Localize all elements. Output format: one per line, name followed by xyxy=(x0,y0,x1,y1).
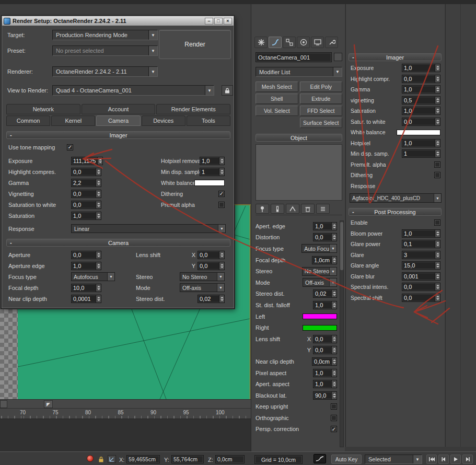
spinner-down-icon[interactable] xyxy=(333,385,336,386)
param-spinner[interactable]: 0,0 xyxy=(71,168,101,176)
modifier-button[interactable]: Extrude xyxy=(300,94,343,104)
tab-render-elements[interactable]: Render Elements xyxy=(156,104,230,114)
spinner-down-icon[interactable] xyxy=(436,266,439,268)
param-spinner[interactable]: 0,001 xyxy=(402,272,440,281)
spinner-arrows[interactable] xyxy=(331,257,336,264)
spinner-arrows[interactable] xyxy=(435,262,440,269)
param-checkbox[interactable] xyxy=(331,415,337,421)
param-spinner[interactable]: 3 xyxy=(402,251,440,259)
spinner-up-icon[interactable] xyxy=(436,296,439,297)
previous-frame-button[interactable] xyxy=(438,455,449,464)
spinner-down-icon[interactable] xyxy=(333,261,336,262)
param-checkbox[interactable]: ✓ xyxy=(218,191,225,197)
tab-utilities[interactable] xyxy=(325,37,338,48)
spinner-arrows[interactable] xyxy=(435,240,440,248)
spinner-up-icon[interactable] xyxy=(436,285,439,286)
param-spinner[interactable]: 15,0 xyxy=(402,261,440,270)
spinner-down-icon[interactable] xyxy=(220,161,224,163)
spinner-arrows[interactable] xyxy=(96,295,101,303)
isolate-selection-icon[interactable] xyxy=(87,455,94,462)
next-frame-button[interactable] xyxy=(462,455,473,464)
spinner-down-icon[interactable] xyxy=(220,299,224,301)
param-spinner[interactable]: 0,0 xyxy=(198,251,225,259)
spinner-up-icon[interactable] xyxy=(99,159,102,160)
modifier-button[interactable]: Shell xyxy=(256,94,298,104)
param-spinner[interactable]: 1 xyxy=(200,168,225,176)
param-spinner[interactable]: 0,0 xyxy=(402,118,440,126)
modifier-stack-list[interactable] xyxy=(256,144,342,201)
tab-modify[interactable] xyxy=(269,37,282,48)
param-checkbox[interactable] xyxy=(218,202,225,208)
spinner-arrows[interactable] xyxy=(435,97,440,104)
param-spinner[interactable]: 0,0 xyxy=(402,75,440,83)
spinner-up-icon[interactable] xyxy=(436,141,439,143)
param-spinner[interactable]: 1,0 xyxy=(402,139,440,147)
modifier-button[interactable]: Vol. Select xyxy=(256,106,298,116)
modifier-button[interactable]: FFD Select xyxy=(300,106,343,116)
spinner-arrows[interactable] xyxy=(331,369,336,377)
viewport-nav-button[interactable]: ◤ xyxy=(44,400,53,408)
spinner-down-icon[interactable] xyxy=(333,238,336,239)
spinner-arrows[interactable] xyxy=(96,190,101,197)
go-to-start-button[interactable] xyxy=(426,455,437,464)
spinner-arrows[interactable] xyxy=(435,273,440,280)
param-spinner[interactable]: 0,0001 xyxy=(71,295,101,303)
spinner-up-icon[interactable] xyxy=(436,120,439,121)
spinner-arrows[interactable] xyxy=(331,346,336,354)
spinner-down-icon[interactable] xyxy=(220,172,224,174)
spinner-arrows[interactable] xyxy=(331,335,336,343)
spinner-arrows[interactable] xyxy=(435,64,440,72)
spinner-up-icon[interactable] xyxy=(333,224,336,226)
spinner-down-icon[interactable] xyxy=(220,255,224,257)
param-spinner[interactable]: 111,1125 xyxy=(71,157,103,165)
spinner-down-icon[interactable] xyxy=(436,101,439,102)
spinner-down-icon[interactable] xyxy=(436,68,439,70)
configure-modifier-sets-button[interactable] xyxy=(316,204,330,214)
param-checkbox[interactable] xyxy=(434,161,440,168)
param-dropdown[interactable]: Autofocus▼ xyxy=(71,272,115,281)
maximize-button[interactable]: □ xyxy=(214,18,223,25)
spinner-down-icon[interactable] xyxy=(436,90,439,91)
spinner-arrows[interactable] xyxy=(435,75,440,83)
spinner-down-icon[interactable] xyxy=(436,122,439,124)
param-spinner[interactable]: 0,0 xyxy=(313,233,337,241)
spinner-up-icon[interactable] xyxy=(436,66,439,67)
spinner-down-icon[interactable] xyxy=(436,255,439,257)
param-spinner[interactable]: 1,0 xyxy=(313,222,337,230)
transform-type-in-icon[interactable] xyxy=(108,455,116,463)
param-dropdown[interactable]: Off-axis▼ xyxy=(303,278,337,287)
param-dropdown[interactable]: No Stereo▼ xyxy=(302,267,337,276)
spinner-up-icon[interactable] xyxy=(97,181,100,182)
spinner-down-icon[interactable] xyxy=(97,266,100,268)
response-dropdown[interactable]: Linear ▼ xyxy=(71,224,226,233)
remove-modifier-button[interactable] xyxy=(301,204,315,214)
target-dropdown[interactable]: Production Rendering Mode ▼ xyxy=(52,30,158,40)
tab-kernel[interactable]: Kernel xyxy=(51,115,95,126)
spinner-down-icon[interactable] xyxy=(436,287,439,289)
param-spinner[interactable]: 0,5 xyxy=(402,96,440,104)
spinner-up-icon[interactable] xyxy=(436,109,439,110)
spinner-up-icon[interactable] xyxy=(97,286,100,287)
tab-motion[interactable] xyxy=(297,37,310,48)
param-spinner[interactable]: 0,1 xyxy=(402,240,440,248)
spinner-down-icon[interactable] xyxy=(333,306,336,307)
spinner-up-icon[interactable] xyxy=(436,242,439,243)
spinner-up-icon[interactable] xyxy=(436,274,439,276)
spinner-up-icon[interactable] xyxy=(333,303,336,305)
param-checkbox[interactable] xyxy=(434,172,440,178)
tab-devices[interactable]: Devices xyxy=(142,115,185,126)
spinner-up-icon[interactable] xyxy=(220,170,224,171)
tab-common[interactable]: Common xyxy=(6,115,50,126)
spinner-arrows[interactable] xyxy=(219,295,224,303)
selection-filter-dropdown[interactable]: Selected ▼ xyxy=(365,455,422,464)
spinner-arrows[interactable] xyxy=(96,251,101,259)
param-spinner[interactable]: 1,0cm xyxy=(312,256,337,264)
spinner-down-icon[interactable] xyxy=(333,362,336,364)
spinner-up-icon[interactable] xyxy=(220,297,224,298)
spinner-arrows[interactable] xyxy=(219,251,224,259)
panel-scrollbar[interactable] xyxy=(340,220,344,447)
param-spinner[interactable]: 1,0 xyxy=(402,229,440,238)
spinner-down-icon[interactable] xyxy=(97,194,100,196)
spinner-up-icon[interactable] xyxy=(333,337,336,339)
spinner-arrows[interactable] xyxy=(331,290,336,297)
